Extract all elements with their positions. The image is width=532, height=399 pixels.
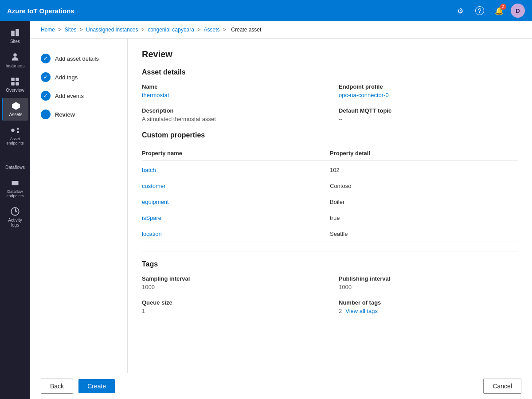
back-button[interactable]: Back bbox=[41, 379, 73, 394]
sidebar-item-activity-logs[interactable]: Activity logs bbox=[2, 203, 28, 231]
table-row: customer Contoso bbox=[142, 178, 518, 194]
custom-properties-header: Property name Property detail bbox=[142, 146, 518, 160]
step-label-add-events: Add events bbox=[55, 93, 84, 99]
queue-size-value: 1 bbox=[142, 308, 321, 314]
property-detail-cell: true bbox=[330, 215, 518, 221]
asset-details-grid: Name thermostat Endpoint profile opc-ua-… bbox=[142, 83, 518, 122]
create-button[interactable]: Create bbox=[78, 379, 115, 393]
main-layout: Sites Instances Overview Assets Asset en… bbox=[0, 21, 532, 399]
description-field: Description A simulated thermostat asset bbox=[142, 107, 321, 122]
property-name-cell: location bbox=[142, 231, 330, 237]
custom-properties-title: Custom properties bbox=[142, 131, 518, 139]
help-icon: ? bbox=[475, 6, 484, 15]
name-value: thermostat bbox=[142, 92, 321, 98]
sidebar-label-sites: Sites bbox=[10, 39, 20, 44]
step-add-asset-details[interactable]: Add asset details bbox=[37, 49, 120, 68]
step-label-add-tags: Add tags bbox=[55, 74, 78, 81]
svg-rect-3 bbox=[11, 78, 15, 81]
property-name-cell: isSpare bbox=[142, 215, 330, 221]
sidebar-item-dataflow-endpoints[interactable]: Dataflow endpoints bbox=[2, 175, 28, 202]
content-area: Home > Sites > Unassigned instances > co… bbox=[30, 21, 532, 399]
property-detail-cell: Boiler bbox=[330, 199, 518, 205]
sites-icon bbox=[11, 28, 20, 37]
svg-rect-0 bbox=[11, 31, 15, 36]
sidebar-label-assets: Assets bbox=[9, 112, 22, 117]
dataflow-endpoints-icon bbox=[11, 179, 20, 188]
sidebar-label-asset-endpoints: Asset endpoints bbox=[4, 137, 27, 145]
publishing-interval-label: Publishing interval bbox=[339, 275, 518, 282]
sidebar-item-dataflows[interactable]: Dataflows bbox=[2, 151, 28, 173]
breadcrumb-assets[interactable]: Assets bbox=[204, 27, 220, 33]
step-add-tags[interactable]: Add tags bbox=[37, 68, 120, 86]
sidebar-label-dataflows: Dataflows bbox=[5, 165, 25, 170]
sidebar-item-assets[interactable]: Assets bbox=[2, 98, 28, 121]
svg-rect-1 bbox=[16, 29, 19, 36]
user-avatar[interactable]: D bbox=[511, 4, 525, 18]
page-body: Add asset details Add tags Add events Re… bbox=[30, 39, 532, 373]
asset-endpoints-icon bbox=[11, 126, 20, 135]
settings-icon: ⚙ bbox=[457, 7, 463, 15]
sidebar: Sites Instances Overview Assets Asset en… bbox=[0, 21, 30, 399]
sidebar-label-overview: Overview bbox=[6, 88, 24, 93]
description-value: A simulated thermostat asset bbox=[142, 116, 321, 122]
section-divider bbox=[142, 251, 518, 251]
publishing-interval-field: Publishing interval 1000 bbox=[339, 275, 518, 290]
table-row: batch 102 bbox=[142, 162, 518, 178]
view-all-tags-link[interactable]: View all tags bbox=[345, 308, 378, 314]
svg-rect-4 bbox=[16, 78, 19, 81]
sidebar-item-asset-endpoints[interactable]: Asset endpoints bbox=[2, 122, 28, 149]
breadcrumb: Home > Sites > Unassigned instances > co… bbox=[30, 21, 532, 39]
default-mqtt-topic-label: Default MQTT topic bbox=[339, 107, 518, 114]
cancel-button[interactable]: Cancel bbox=[483, 379, 521, 394]
sidebar-item-sites[interactable]: Sites bbox=[2, 25, 28, 47]
breadcrumb-unassigned-instances[interactable]: Unassigned instances bbox=[86, 27, 138, 33]
property-name-header: Property name bbox=[142, 150, 330, 156]
svg-point-7 bbox=[11, 129, 15, 132]
breadcrumb-current: Create asset bbox=[231, 27, 261, 33]
svg-point-9 bbox=[17, 131, 19, 133]
nav-icons: ⚙ ? 🔔 2 D bbox=[452, 3, 525, 19]
queue-size-label: Queue size bbox=[142, 299, 321, 306]
overview-icon bbox=[11, 77, 20, 86]
sidebar-item-overview[interactable]: Overview bbox=[2, 74, 28, 96]
svg-point-10 bbox=[12, 182, 14, 184]
step-review[interactable]: Review bbox=[37, 105, 120, 124]
table-row: location Seattle bbox=[142, 226, 518, 242]
number-of-tags-label: Number of tags bbox=[339, 299, 518, 306]
svg-point-8 bbox=[17, 128, 19, 130]
endpoint-profile-value: opc-ua-connector-0 bbox=[339, 92, 518, 98]
step-add-events[interactable]: Add events bbox=[37, 86, 120, 105]
instances-icon bbox=[11, 53, 20, 62]
sidebar-item-instances[interactable]: Instances bbox=[2, 49, 28, 72]
dataflows-icon bbox=[11, 154, 20, 163]
sidebar-label-activity-logs: Activity logs bbox=[4, 218, 27, 227]
property-detail-cell: 102 bbox=[330, 167, 518, 173]
publishing-interval-value: 1000 bbox=[339, 284, 518, 290]
sampling-interval-field: Sampling interval 1000 bbox=[142, 275, 321, 290]
name-field: Name thermostat bbox=[142, 83, 321, 98]
step-circle-add-tags bbox=[41, 72, 51, 82]
help-button[interactable]: ? bbox=[472, 3, 488, 19]
sidebar-label-dataflow-endpoints: Dataflow endpoints bbox=[4, 189, 27, 198]
breadcrumb-sites[interactable]: Sites bbox=[65, 27, 77, 33]
breadcrumb-congenial-capybara[interactable]: congenial-capybara bbox=[148, 27, 194, 33]
svg-point-11 bbox=[16, 182, 18, 184]
sampling-interval-label: Sampling interval bbox=[142, 275, 321, 282]
property-name-cell: equipment bbox=[142, 199, 330, 205]
breadcrumb-home[interactable]: Home bbox=[41, 27, 55, 33]
property-detail-cell: Seattle bbox=[330, 231, 518, 237]
app-title: Azure IoT Operations bbox=[7, 7, 452, 15]
step-label-add-asset-details: Add asset details bbox=[55, 55, 99, 62]
step-circle-add-events bbox=[41, 91, 51, 101]
sampling-interval-value: 1000 bbox=[142, 284, 321, 290]
table-row: equipment Boiler bbox=[142, 194, 518, 210]
review-panel: Review Asset details Name thermostat End… bbox=[128, 39, 532, 373]
settings-button[interactable]: ⚙ bbox=[452, 3, 468, 19]
endpoint-profile-field: Endpoint profile opc-ua-connector-0 bbox=[339, 83, 518, 98]
table-row: isSpare true bbox=[142, 210, 518, 226]
notifications-button[interactable]: 🔔 2 bbox=[491, 3, 507, 19]
description-label: Description bbox=[142, 107, 321, 114]
property-detail-header: Property detail bbox=[330, 150, 518, 156]
step-circle-add-asset-details bbox=[41, 54, 51, 63]
asset-details-title: Asset details bbox=[142, 68, 518, 76]
